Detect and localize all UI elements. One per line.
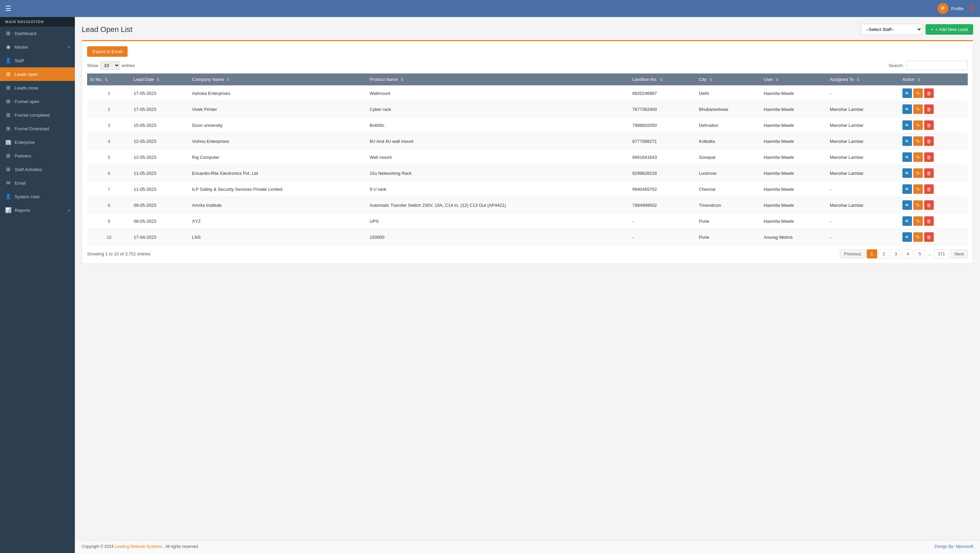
edit-button[interactable]: ✎	[913, 153, 923, 162]
footer-company-link[interactable]: Leading Network Systems	[115, 544, 162, 549]
table-header-row: Sr No. ⇅ Lead Date ⇅ Company Name ⇅ Prod…	[87, 73, 968, 85]
page-1-button[interactable]: 1	[867, 249, 877, 259]
page-5-button[interactable]: 5	[914, 249, 925, 259]
edit-button[interactable]: ✎	[913, 232, 923, 242]
view-button[interactable]: 👁	[902, 168, 912, 178]
cell-landline: 8920246987	[630, 85, 696, 101]
cell-product: Automatic Transfer Switch 230V, 10A, C14…	[367, 197, 630, 213]
search-input[interactable]	[907, 61, 968, 70]
sidebar-item-funnel-completed[interactable]: ⊞ Funnel completed	[0, 108, 75, 122]
cell-product: 150000	[367, 229, 630, 245]
sidebar-item-label: Email	[14, 181, 26, 186]
sidebar-item-email[interactable]: ✉ Email	[0, 176, 75, 190]
col-assigned-to[interactable]: Assigned To ⇅	[827, 73, 900, 85]
view-button[interactable]: 👁	[902, 153, 912, 162]
page-4-button[interactable]: 4	[902, 249, 913, 259]
leads-open-icon: ⊞	[5, 71, 11, 77]
view-button[interactable]: 👁	[902, 105, 912, 114]
sidebar-item-enterprise[interactable]: 🏢 Enterprise	[0, 135, 75, 149]
cell-user: Hasmita Mawle	[761, 181, 827, 197]
cell-company: LNS	[189, 229, 367, 245]
edit-button[interactable]: ✎	[913, 200, 923, 210]
edit-button[interactable]: ✎	[913, 88, 923, 98]
sidebar-item-master[interactable]: ◉ Master	[0, 40, 75, 54]
staff-select[interactable]: --Select Staff--	[861, 24, 922, 35]
sidebar-item-funnel-open[interactable]: ⊞ Funnel open	[0, 95, 75, 108]
entries-select[interactable]: 10 25 50 100	[100, 61, 120, 70]
sidebar-item-reports[interactable]: 📊 Reports	[0, 203, 75, 217]
col-user[interactable]: User ⇅	[761, 73, 827, 85]
sidebar-item-partners[interactable]: ⊞ Partners	[0, 149, 75, 162]
partners-icon: ⊞	[5, 153, 11, 159]
edit-button[interactable]: ✎	[913, 184, 923, 194]
col-landline-no[interactable]: Landline No. ⇅	[630, 73, 696, 85]
cell-action: 👁 ✎ 🗑	[900, 133, 968, 149]
table-row: 6 11-05-2023 Encardio-Rite Electronics P…	[87, 165, 968, 181]
col-company-name[interactable]: Company Name ⇅	[189, 73, 367, 85]
table-row: 4 12-05-2023 Vishnu Enterprises 9U And 4…	[87, 133, 968, 149]
cell-city: Lucknow	[696, 165, 761, 181]
delete-button[interactable]: 🗑	[924, 137, 934, 146]
view-button[interactable]: 👁	[902, 184, 912, 194]
edit-button[interactable]: ✎	[913, 121, 923, 130]
view-button[interactable]: 👁	[902, 88, 912, 98]
page-2-button[interactable]: 2	[878, 249, 889, 259]
edit-button[interactable]: ✎	[913, 105, 923, 114]
show-entries-area: Show 10 25 50 100 entries	[87, 61, 135, 70]
sidebar-item-staff-activities[interactable]: ⊞ Staff Activities	[0, 162, 75, 176]
cell-action: 👁 ✎ 🗑	[900, 85, 968, 101]
view-button[interactable]: 👁	[902, 200, 912, 210]
view-button[interactable]: 👁	[902, 137, 912, 146]
dashboard-icon: ⊞	[5, 30, 11, 37]
sidebar-item-leads-open[interactable]: ⊞ Leads open	[0, 67, 75, 81]
export-excel-button[interactable]: Export to Excel	[87, 46, 127, 57]
delete-button[interactable]: 🗑	[924, 184, 934, 194]
top-navbar: ☰ P Profile ⏻	[0, 0, 980, 17]
leads-close-icon: ⊞	[5, 85, 11, 91]
delete-button[interactable]: 🗑	[924, 200, 934, 210]
profile-area[interactable]: P Profile	[937, 3, 964, 14]
col-sr-no[interactable]: Sr No. ⇅	[87, 73, 131, 85]
view-button[interactable]: 👁	[902, 121, 912, 130]
cell-assigned: -	[827, 85, 900, 101]
cell-date: 11-05-2023	[131, 181, 189, 197]
cell-date: 08-05-2023	[131, 213, 189, 229]
delete-button[interactable]: 🗑	[924, 153, 934, 162]
cell-date: 12-05-2023	[131, 149, 189, 165]
col-city[interactable]: City ⇅	[696, 73, 761, 85]
delete-button[interactable]: 🗑	[924, 216, 934, 226]
add-new-lead-button[interactable]: + + Add New Lead	[926, 24, 973, 35]
view-button[interactable]: 👁	[902, 216, 912, 226]
delete-button[interactable]: 🗑	[924, 105, 934, 114]
sidebar-item-system-user[interactable]: 👤 System User	[0, 190, 75, 203]
page-3-button[interactable]: 3	[891, 249, 901, 259]
sidebar-item-leads-close[interactable]: ⊞ Leads close	[0, 81, 75, 95]
cell-company: Vishnu Enterprises	[189, 133, 367, 149]
power-icon[interactable]: ⏻	[969, 5, 975, 12]
header-right: --Select Staff-- + + Add New Lead	[861, 24, 973, 35]
edit-button[interactable]: ✎	[913, 168, 923, 178]
next-button[interactable]: Next	[950, 249, 968, 259]
cell-company: Encardio-Rite Electronics Pvt. Ltd	[189, 165, 367, 181]
sidebar-item-funnel-download[interactable]: ⊞ Funnel Download	[0, 122, 75, 135]
col-lead-date[interactable]: Lead Date ⇅	[131, 73, 189, 85]
page-last-button[interactable]: 371	[934, 249, 950, 259]
sidebar-item-staff[interactable]: 👤 Staff	[0, 54, 75, 67]
cell-date: 17-04-2023	[131, 229, 189, 245]
delete-button[interactable]: 🗑	[924, 121, 934, 130]
hamburger-icon[interactable]: ☰	[5, 5, 11, 13]
previous-button[interactable]: Previous	[840, 249, 865, 259]
cell-assigned: -	[827, 213, 900, 229]
view-button[interactable]: 👁	[902, 232, 912, 242]
cell-city: Trivendrum	[696, 197, 761, 213]
edit-button[interactable]: ✎	[913, 216, 923, 226]
delete-button[interactable]: 🗑	[924, 232, 934, 242]
sidebar-item-dashboard[interactable]: ⊞ Dashboard	[0, 27, 75, 40]
edit-button[interactable]: ✎	[913, 137, 923, 146]
table-row: 5 12-05-2023 Raj Computer Wall mount 999…	[87, 149, 968, 165]
delete-button[interactable]: 🗑	[924, 168, 934, 178]
funnel-completed-icon: ⊞	[5, 112, 11, 118]
pagination: Previous 1 2 3 4 5 ... 371 Next	[840, 249, 968, 259]
col-product-name[interactable]: Product Name ⇅	[367, 73, 630, 85]
delete-button[interactable]: 🗑	[924, 88, 934, 98]
